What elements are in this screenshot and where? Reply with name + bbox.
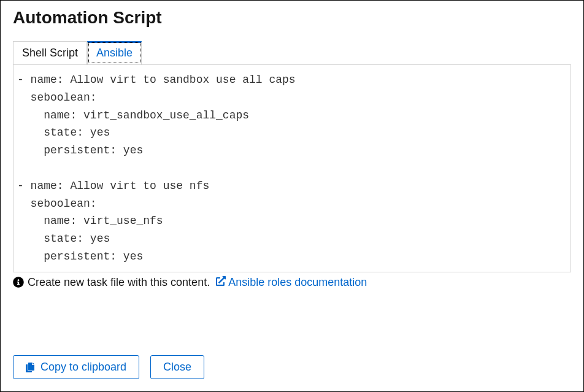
close-button[interactable]: Close — [150, 355, 204, 379]
tab-ansible[interactable]: Ansible — [87, 41, 142, 64]
automation-script-modal: Automation Script Shell Script Ansible -… — [0, 0, 584, 392]
ansible-docs-link[interactable]: Ansible roles documentation — [213, 276, 367, 289]
hint-text: Create new task file with this content. — [28, 276, 210, 289]
external-link-icon — [216, 276, 226, 286]
code-block: - name: Allow virt to sandbox use all ca… — [13, 64, 571, 272]
docs-link-text: Ansible roles documentation — [228, 276, 367, 288]
modal-title: Automation Script — [13, 8, 571, 28]
tab-shell-script[interactable]: Shell Script — [13, 41, 87, 64]
copy-button-label: Copy to clipboard — [40, 361, 126, 374]
hint-row: Create new task file with this content. … — [13, 276, 571, 289]
footer-buttons: Copy to clipboard Close — [13, 355, 571, 379]
tabs-container: Shell Script Ansible — [13, 41, 571, 64]
close-button-label: Close — [163, 361, 191, 374]
copy-to-clipboard-button[interactable]: Copy to clipboard — [13, 355, 139, 379]
info-icon — [13, 277, 24, 288]
copy-icon — [26, 363, 36, 372]
